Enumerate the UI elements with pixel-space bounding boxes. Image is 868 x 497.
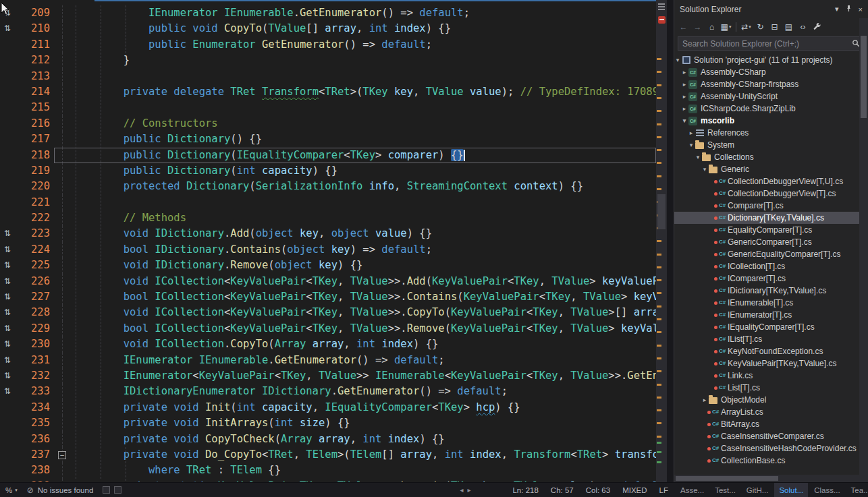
- code-line[interactable]: 220 protected Dictionary(SerializationIn…: [0, 179, 656, 194]
- implements-glyph-icon[interactable]: ⇅: [0, 274, 15, 289]
- tree-item[interactable]: C#CollectionBase.cs: [674, 455, 868, 467]
- tree-item[interactable]: C#GenericComparer[T].cs: [674, 236, 868, 248]
- split-editor-grip[interactable]: [658, 3, 665, 10]
- eol-indicator[interactable]: LF: [659, 486, 668, 494]
- outlining-margin[interactable]: [53, 242, 73, 258]
- code-line[interactable]: 211 public Enumerator GetEnumerator() =>…: [0, 37, 656, 53]
- tree-item[interactable]: C#KeyValuePair[TKey,TValue].cs: [674, 357, 868, 370]
- code-line[interactable]: ⇅224 bool IDictionary.Contains(object ke…: [0, 242, 656, 258]
- outlining-margin[interactable]: [53, 53, 73, 68]
- solution-tree-vscrollbar[interactable]: [859, 18, 868, 475]
- implements-glyph-icon[interactable]: ⇅: [0, 21, 15, 36]
- line-indicator[interactable]: Ln: 218: [512, 486, 538, 494]
- code-line[interactable]: 213: [0, 69, 656, 84]
- home-button[interactable]: ⌂: [705, 20, 718, 34]
- tree-item[interactable]: C#Link.cs: [674, 370, 868, 382]
- refresh-button[interactable]: ↻: [754, 20, 767, 34]
- chevron-expanded-icon[interactable]: ▾: [674, 57, 681, 63]
- tree-item[interactable]: C#IEqualityComparer[T].cs: [674, 321, 868, 333]
- tab-test-explorer[interactable]: Test...: [710, 483, 740, 497]
- implements-glyph-icon[interactable]: ⇅: [0, 226, 15, 241]
- code-line[interactable]: 234 private void Init(int capacity, IEqu…: [0, 400, 656, 415]
- implements-glyph-icon[interactable]: ⇅: [0, 258, 15, 273]
- code-line[interactable]: 216 // Constructors: [0, 116, 656, 131]
- tree-item[interactable]: ▾C#mscorlib: [674, 115, 868, 127]
- outlining-margin[interactable]: [53, 148, 73, 163]
- outlining-margin[interactable]: [53, 195, 73, 210]
- code-line[interactable]: 217 public Dictionary() {}: [0, 131, 656, 147]
- hscrollbar-thumb[interactable]: [676, 476, 778, 481]
- outlining-margin[interactable]: [53, 289, 73, 305]
- tab-solution-explorer[interactable]: Solut...: [774, 483, 808, 497]
- properties-button[interactable]: [811, 20, 823, 34]
- outlining-margin[interactable]: [53, 179, 73, 194]
- outlining-margin[interactable]: [53, 84, 73, 100]
- search-box[interactable]: [678, 36, 865, 51]
- implements-glyph-icon[interactable]: ⇅: [0, 242, 15, 258]
- tree-item[interactable]: C#List[T].cs: [674, 382, 868, 394]
- code-line[interactable]: ⇅232 IEnumerator<KeyValuePair<TKey, TVal…: [0, 368, 656, 384]
- tree-item[interactable]: ▾Solution 'project-gui' (11 of 11 projec…: [674, 54, 868, 66]
- column-indicator[interactable]: Col: 63: [586, 486, 610, 494]
- sync-with-active-document-button[interactable]: ⇄▾: [740, 20, 753, 34]
- implements-glyph-icon[interactable]: ⇅: [0, 337, 15, 352]
- tree-item[interactable]: C#Dictionary[TKey,TValue].cs: [674, 212, 868, 224]
- vscrollbar-thumb[interactable]: [861, 36, 867, 118]
- outlining-margin[interactable]: [53, 226, 73, 241]
- chevron-expanded-icon[interactable]: ▾: [695, 154, 701, 160]
- code-line[interactable]: ⇅225 void IDictionary.Remove(object key)…: [0, 258, 656, 273]
- tree-item[interactable]: C#IComparer[T].cs: [674, 272, 868, 285]
- tab-github[interactable]: GitH...: [742, 483, 774, 497]
- tree-item[interactable]: C#IList[T].cs: [674, 333, 868, 345]
- code-line[interactable]: 214 private delegate TRet Transform<TRet…: [0, 84, 656, 100]
- chevron-collapsed-icon[interactable]: ▸: [681, 105, 688, 112]
- editor-scrollbar[interactable]: [656, 0, 667, 482]
- outlining-margin[interactable]: [53, 116, 73, 131]
- implements-glyph-icon[interactable]: ⇅: [0, 321, 15, 337]
- chevron-expanded-icon[interactable]: ▾: [701, 166, 708, 173]
- code-editor[interactable]: ⇅209 IEnumerator IEnumerable.GetEnumerat…: [0, 0, 656, 482]
- outlining-margin[interactable]: [53, 210, 73, 226]
- watch-icon[interactable]: [114, 486, 121, 494]
- tree-item[interactable]: ▾Generic: [674, 163, 868, 175]
- code-line[interactable]: ⇅228 void ICollection<KeyValuePair<TKey,…: [0, 305, 656, 320]
- outlining-margin[interactable]: [53, 415, 73, 431]
- code-line[interactable]: ⇅223 void IDictionary.Add(object key, ob…: [0, 226, 656, 241]
- code-lines[interactable]: ⇅209 IEnumerator IEnumerable.GetEnumerat…: [0, 0, 656, 482]
- tree-item[interactable]: C#BitArray.cs: [674, 418, 868, 430]
- tree-item[interactable]: C#CaseInsensitiveComparer.cs: [674, 430, 868, 442]
- outlining-margin[interactable]: [53, 100, 73, 115]
- tab-class-view[interactable]: Class...: [809, 483, 844, 497]
- tree-item[interactable]: C#CollectionDebuggerView[T].cs: [674, 187, 868, 200]
- scroll-left-icon[interactable]: ◂: [460, 486, 463, 494]
- tree-item[interactable]: C#CollectionDebuggerView[T,U].cs: [674, 175, 868, 187]
- implements-glyph-icon[interactable]: ⇅: [0, 368, 15, 384]
- code-line[interactable]: 218 public Dictionary(IEqualityComparer<…: [0, 148, 656, 163]
- tree-item[interactable]: C#ArrayList.cs: [674, 406, 868, 418]
- outlining-margin[interactable]: [53, 368, 73, 384]
- code-line[interactable]: 222 // Methods: [0, 210, 656, 226]
- code-line[interactable]: 238 where TRet : TElem {}: [0, 463, 656, 478]
- scroll-right-icon[interactable]: ▸: [467, 486, 470, 494]
- pin-icon[interactable]: [845, 5, 852, 13]
- implements-glyph-icon[interactable]: ⇅: [0, 305, 15, 320]
- outlining-margin[interactable]: [53, 479, 73, 482]
- tree-item[interactable]: C#CaseInsensitiveHashCodeProvider.cs: [674, 442, 868, 455]
- outlining-margin[interactable]: [53, 131, 73, 147]
- collapse-all-button[interactable]: ⊟: [768, 20, 781, 34]
- chevron-collapsed-icon[interactable]: ▸: [681, 69, 688, 76]
- issues-indicator[interactable]: ⊘ No issues found: [27, 486, 94, 495]
- chevron-collapsed-icon[interactable]: ▸: [681, 81, 688, 88]
- code-line[interactable]: 236 private void CopyToCheck(Array array…: [0, 432, 656, 447]
- code-line[interactable]: ⇅227 bool ICollection<KeyValuePair<TKey,…: [0, 289, 656, 305]
- fold-toggle-icon[interactable]: −: [58, 451, 66, 459]
- close-icon[interactable]: ×: [859, 5, 863, 13]
- code-line[interactable]: 215: [0, 100, 656, 115]
- code-line[interactable]: 212 }: [0, 53, 656, 68]
- chevron-collapsed-icon[interactable]: ▸: [688, 129, 695, 136]
- tree-item[interactable]: ▸References: [674, 127, 868, 139]
- chevron-expanded-icon[interactable]: ▾: [681, 117, 688, 124]
- encoding-indicator[interactable]: MIXED: [622, 486, 647, 494]
- tree-item[interactable]: ▸ObjectModel: [674, 394, 868, 406]
- view-code-button[interactable]: ‹›: [796, 20, 809, 34]
